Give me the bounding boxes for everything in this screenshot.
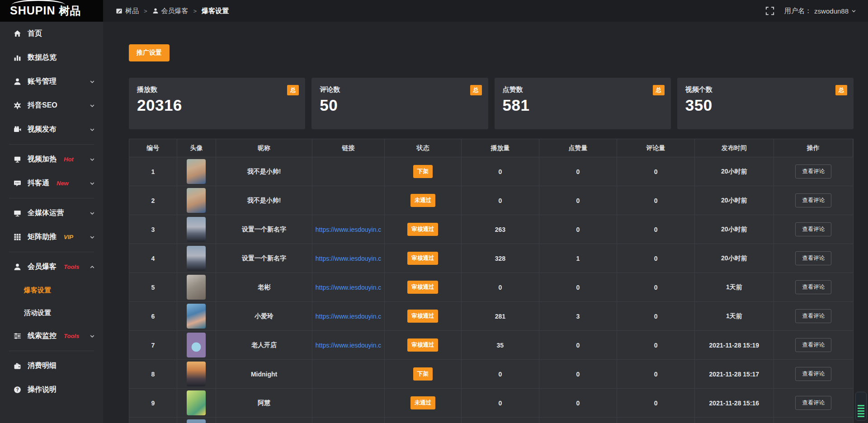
comments-count: 0 (617, 302, 695, 330)
sidebar-item-data-overview[interactable]: 数据总览 (0, 46, 103, 70)
sidebar-item-member-baoke[interactable]: 会员爆客 Tools (0, 255, 103, 279)
plays-count: 0 (462, 157, 539, 186)
view-comments-button[interactable]: 查看评论 (795, 309, 831, 323)
sidebar-subitem-baoke-settings[interactable]: 爆客设置 (0, 279, 103, 301)
video-camera-icon (14, 126, 21, 133)
video-link[interactable]: https://www.iesdouyin.c (316, 313, 382, 320)
publish-time: 20小时前 (695, 157, 774, 186)
row-id (129, 418, 177, 423)
stat-value: 50 (320, 96, 481, 114)
fullscreen-icon[interactable] (765, 6, 774, 15)
table-header-cell: 编号 (129, 139, 177, 157)
corner-widget[interactable] (855, 392, 867, 421)
publish-time: 2021-11-28 15:16 (695, 389, 774, 417)
avatar (187, 246, 206, 271)
chat-bubble-icon (14, 179, 21, 187)
new-tag: New (57, 180, 69, 187)
avatar (187, 304, 206, 329)
sidebar-divider (9, 144, 94, 145)
sidebar-item-home[interactable]: 首页 (0, 22, 103, 46)
breadcrumb-home[interactable]: 树品 (116, 7, 139, 15)
view-comments-button[interactable]: 查看评论 (795, 164, 831, 179)
sidebar-item-video-publish[interactable]: 视频发布 (0, 118, 103, 141)
table-row: 6 小爱玲 https://www.iesdouyin.c 审核通过 281 3… (129, 302, 853, 331)
chevron-down-icon (90, 103, 95, 108)
row-id: 1 (129, 157, 177, 186)
corner-widget-stripes (858, 405, 864, 417)
user-menu[interactable]: 用户名： zswodun88 (784, 7, 856, 15)
sidebar-divider (9, 351, 94, 351)
table-row: 8 Midnight 下架 0 0 0 2021-11-28 15:17 查看评… (129, 360, 853, 389)
logo[interactable]: SHUPIN 树品 (0, 0, 103, 22)
grid-icon (14, 233, 21, 241)
publish-time (695, 418, 774, 423)
stat-label: 评论数 (320, 85, 481, 94)
sidebar-item-douyin-seo[interactable]: 抖音SEO (0, 94, 103, 118)
row-id: 3 (129, 215, 177, 244)
table-header-cell: 头像 (177, 139, 216, 157)
monitor-icon (14, 209, 21, 217)
view-comments-button[interactable]: 查看评论 (795, 251, 831, 265)
row-id: 7 (129, 331, 177, 359)
topbar: SHUPIN 树品 树品 > 会员爆客 > 爆客设置 用户名： zswodun8… (0, 0, 868, 22)
table-row: 3 设置一个新名字 https://www.iesdouyin.c 审核通过 2… (129, 215, 853, 244)
sidebar-item-video-heating[interactable]: 视频加热 Hot (0, 147, 103, 171)
logo-text-en: SHUPIN (10, 4, 55, 17)
username-prefix: 用户名： (784, 7, 811, 15)
video-link[interactable]: https://www.iesdouyin.c (316, 255, 382, 262)
sidebar-subitem-activity-settings[interactable]: 活动设置 (0, 301, 103, 324)
video-link[interactable]: https://www.iesdouyin.c (316, 284, 382, 291)
view-comments-button[interactable]: 查看评论 (795, 193, 831, 207)
view-comments-button[interactable]: 查看评论 (795, 222, 831, 236)
comments-count (617, 418, 695, 423)
sidebar-item-matrix-boost[interactable]: 矩阵助推 VIP (0, 225, 103, 249)
plays-count: 263 (462, 215, 539, 244)
likes-count: 0 (539, 389, 617, 417)
view-comments-button[interactable]: 查看评论 (795, 367, 831, 381)
view-comments-button[interactable]: 查看评论 (795, 280, 831, 294)
nickname: 阿慧 (216, 389, 312, 417)
comments-count: 0 (617, 331, 695, 359)
avatar (187, 275, 206, 300)
sidebar-item-douketong[interactable]: 抖客通 New (0, 171, 103, 195)
chevron-down-icon (90, 181, 95, 186)
table-row: 7 老人开店 https://www.iesdouyin.c 审核通过 35 0… (129, 331, 853, 360)
stat-card-likes: 点赞数 581 总 (495, 78, 671, 129)
breadcrumb-member[interactable]: 会员爆客 (152, 7, 189, 15)
plays-count: 0 (462, 389, 539, 417)
stat-card-videos: 视频个数 350 总 (677, 78, 854, 129)
gear-icon (14, 102, 21, 109)
promo-settings-button[interactable]: 推广设置 (129, 44, 170, 61)
sidebar-item-lead-monitor[interactable]: 线索监控 Tools (0, 324, 103, 348)
status-badge: 审核通过 (407, 252, 438, 265)
nickname (216, 418, 312, 423)
view-comments-button[interactable]: 查看评论 (795, 338, 831, 352)
publish-time: 20小时前 (695, 244, 774, 273)
sidebar-item-instructions[interactable]: ? 操作说明 (0, 378, 103, 402)
status-badge: 未通过 (410, 396, 436, 409)
avatar (187, 217, 206, 242)
sidebar-item-account-mgmt[interactable]: 账号管理 (0, 70, 103, 94)
likes-count: 0 (539, 215, 617, 244)
stat-value: 20316 (137, 96, 298, 114)
user-icon (152, 8, 159, 14)
bar-chart-icon (14, 54, 21, 61)
table-header-cell: 点赞量 (539, 139, 617, 157)
publish-time: 2021-11-28 15:19 (695, 331, 774, 359)
sidebar-item-omni-media[interactable]: 全媒体运营 (0, 201, 103, 225)
sidebar-item-spend-details[interactable]: 消费明细 (0, 354, 103, 378)
table-row: 1 我不是小帅! 下架 0 0 0 20小时前 查看评论 (129, 157, 853, 186)
video-link[interactable]: https://www.iesdouyin.c (316, 342, 382, 349)
stat-label: 播放数 (137, 85, 298, 94)
table-header-cell: 状态 (385, 139, 462, 157)
home-icon (14, 30, 21, 38)
plays-count: 328 (462, 244, 539, 273)
view-comments-button[interactable]: 查看评论 (795, 396, 831, 410)
status-badge: 审核通过 (407, 281, 438, 294)
plays-count: 0 (462, 360, 539, 388)
row-id: 9 (129, 389, 177, 417)
video-link[interactable]: https://www.iesdouyin.c (316, 226, 382, 233)
total-badge: 总 (470, 85, 482, 95)
row-id: 5 (129, 273, 177, 301)
sidebar: 首页 数据总览 账号管理 抖音SEO 视频发布 视频加热 Hot 抖客通 New… (0, 22, 103, 423)
